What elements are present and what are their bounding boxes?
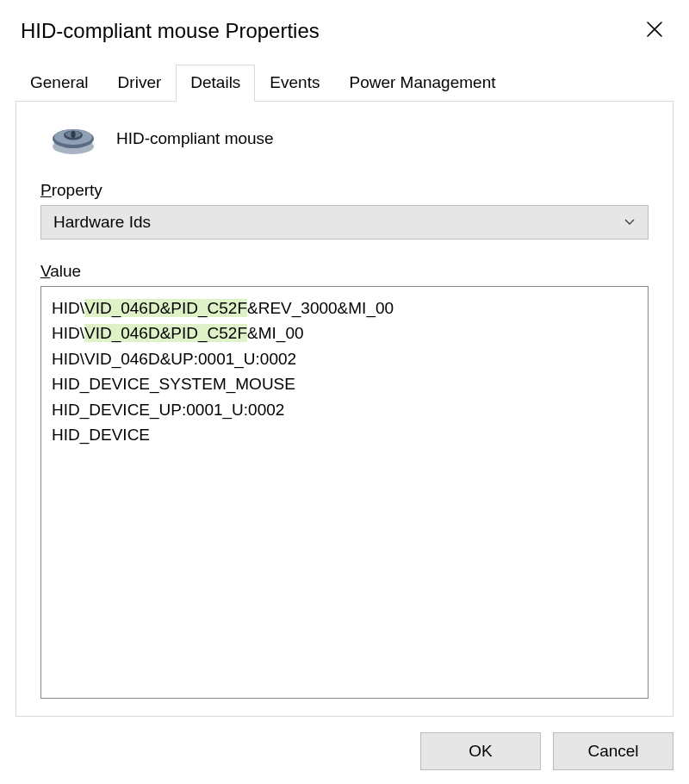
value-item[interactable]: HID_DEVICE_UP:0001_U:0002 [43, 397, 646, 422]
value-listbox[interactable]: HID\VID_046D&PID_C52F&REV_3000&MI_00HID\… [40, 286, 649, 699]
svg-rect-5 [71, 131, 76, 138]
property-label: Property [40, 181, 649, 200]
dialog-title: HID-compliant mouse Properties [21, 19, 639, 43]
window-close-button[interactable] [639, 16, 670, 47]
close-icon [646, 21, 663, 42]
details-panel: HID-compliant mouse Property Hardware Id… [16, 102, 673, 717]
value-item[interactable]: HID_DEVICE_SYSTEM_MOUSE [43, 371, 646, 396]
tab-power-management[interactable]: Power Management [334, 65, 510, 101]
value-item[interactable]: HID\VID_046D&PID_C52F&MI_00 [43, 320, 646, 345]
titlebar: HID-compliant mouse Properties [0, 0, 689, 64]
tab-events[interactable]: Events [255, 65, 334, 101]
ok-button[interactable]: OK [420, 732, 541, 770]
value-item[interactable]: HID_DEVICE [43, 422, 646, 447]
property-dropdown[interactable]: Hardware Ids [40, 205, 649, 240]
chevron-down-icon [624, 216, 636, 228]
tab-details[interactable]: Details [176, 65, 255, 102]
property-dropdown-value: Hardware Ids [53, 213, 624, 232]
value-label: Value [40, 262, 649, 281]
properties-dialog: HID-compliant mouse Properties General D… [0, 0, 689, 784]
cancel-button[interactable]: Cancel [553, 732, 673, 770]
value-item[interactable]: HID\VID_046D&UP:0001_U:0002 [43, 346, 646, 371]
dialog-button-row: OK Cancel [0, 732, 689, 784]
device-header: HID-compliant mouse [40, 122, 649, 155]
tab-general[interactable]: General [16, 65, 103, 101]
value-item[interactable]: HID\VID_046D&PID_C52F&REV_3000&MI_00 [43, 296, 646, 320]
tab-strip: General Driver Details Events Power Mana… [0, 64, 689, 102]
tab-driver[interactable]: Driver [103, 65, 177, 101]
mouse-icon [49, 122, 97, 155]
device-name: HID-compliant mouse [116, 129, 274, 148]
